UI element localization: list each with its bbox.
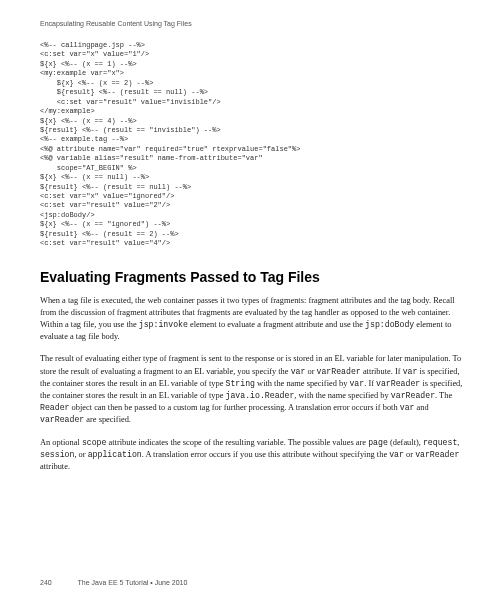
inline-code: var: [400, 403, 415, 412]
text: and: [414, 403, 428, 412]
inline-code: Reader: [40, 403, 69, 412]
text: (default),: [388, 438, 423, 447]
text: or: [305, 367, 316, 376]
inline-code: var: [389, 450, 404, 459]
section-heading: Evaluating Fragments Passed to Tag Files: [40, 269, 464, 285]
text: with the name specified by: [255, 379, 349, 388]
text: attribute indicates the scope of the res…: [106, 438, 368, 447]
chapter-title: Encapsulating Reusable Content Using Tag…: [40, 20, 192, 27]
inline-code: var: [291, 367, 306, 376]
inline-code: jsp:doBody: [365, 320, 414, 329]
page-container: Encapsulating Reusable Content Using Tag…: [0, 0, 500, 503]
inline-code: session: [40, 450, 74, 459]
text: , with the name specified by: [294, 391, 391, 400]
inline-code: varReader: [415, 450, 459, 459]
code-listing: <%-- callingpage.jsp --%> <c:set var="x"…: [40, 41, 464, 249]
text: . If: [364, 379, 376, 388]
text: . A translation error occurs if you use …: [142, 450, 389, 459]
paragraph-2: The result of evaluating either type of …: [40, 353, 464, 426]
section-heading-text: Evaluating Fragments Passed to Tag Files: [40, 269, 320, 285]
inline-code: String: [226, 379, 255, 388]
inline-code: scope: [82, 438, 107, 447]
page-number: 240: [40, 579, 52, 586]
inline-code: var: [349, 379, 364, 388]
text: element to evaluate a fragment attribute…: [188, 320, 365, 329]
inline-code: varReader: [40, 415, 84, 424]
text: or: [404, 450, 415, 459]
text: An optional: [40, 438, 82, 447]
text: attribute. If: [361, 367, 403, 376]
text: ,: [457, 438, 459, 447]
inline-code: varReader: [376, 379, 420, 388]
inline-code: page: [368, 438, 388, 447]
inline-code: varReader: [317, 367, 361, 376]
text: . The: [435, 391, 452, 400]
chapter-header: Encapsulating Reusable Content Using Tag…: [40, 20, 464, 27]
inline-code: jsp:invoke: [139, 320, 188, 329]
inline-code: varReader: [391, 391, 435, 400]
inline-code: java.io.Reader: [226, 391, 295, 400]
text: are specified.: [84, 415, 131, 424]
text: attribute.: [40, 462, 70, 471]
page-footer: 240 The Java EE 5 Tutorial • June 2010: [40, 579, 464, 586]
book-title: The Java EE 5 Tutorial • June 2010: [78, 579, 188, 586]
text: object can then be passed to a custom ta…: [69, 403, 399, 412]
inline-code: application: [88, 450, 142, 459]
inline-code: var: [403, 367, 418, 376]
paragraph-1: When a tag file is executed, the web con…: [40, 295, 464, 344]
paragraph-3: An optional scope attribute indicates th…: [40, 437, 464, 474]
inline-code: request: [423, 438, 457, 447]
text: , or: [74, 450, 87, 459]
